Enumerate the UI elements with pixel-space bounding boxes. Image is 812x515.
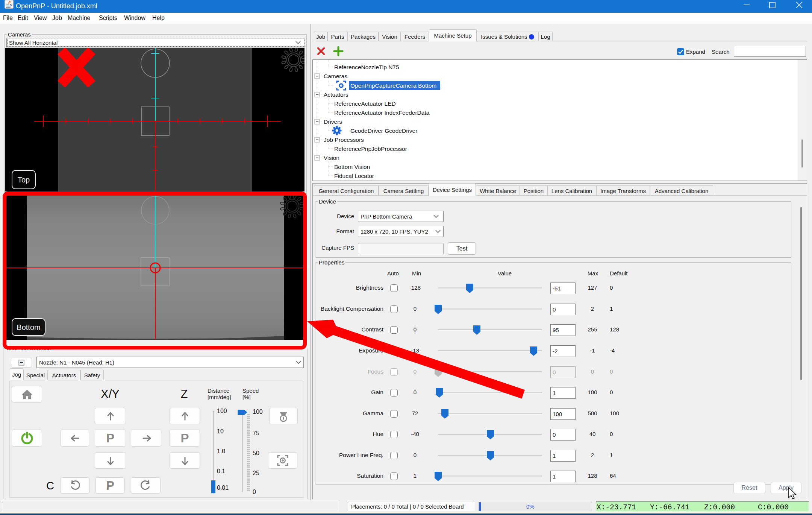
svg-text:Fiducal Locator: Fiducal Locator xyxy=(334,173,374,179)
svg-text:Bottom Vision: Bottom Vision xyxy=(334,164,370,170)
svg-text:Drivers: Drivers xyxy=(324,118,342,125)
svg-text:Actuators: Actuators xyxy=(324,91,348,98)
svg-text:Cameras: Cameras xyxy=(324,73,347,79)
svg-text:Top: Top xyxy=(18,176,30,184)
svg-text:OpenPnpCaptureCamera Bottom: OpenPnpCaptureCamera Bottom xyxy=(350,82,436,89)
svg-text:Job Processors: Job Processors xyxy=(324,137,364,143)
svg-text:GcodeDriver GcodeDriver: GcodeDriver GcodeDriver xyxy=(350,128,417,134)
svg-text:ReferencePnpJobProcessor: ReferencePnpJobProcessor xyxy=(334,146,407,152)
svg-text:Vision: Vision xyxy=(324,155,339,161)
svg-text:ReferenceNozzleTip N75: ReferenceNozzleTip N75 xyxy=(334,64,399,70)
svg-text:ReferenceActuator IndexFeederD: ReferenceActuator IndexFeederData xyxy=(334,109,430,116)
svg-text:ReferenceActuator LED: ReferenceActuator LED xyxy=(334,100,396,107)
